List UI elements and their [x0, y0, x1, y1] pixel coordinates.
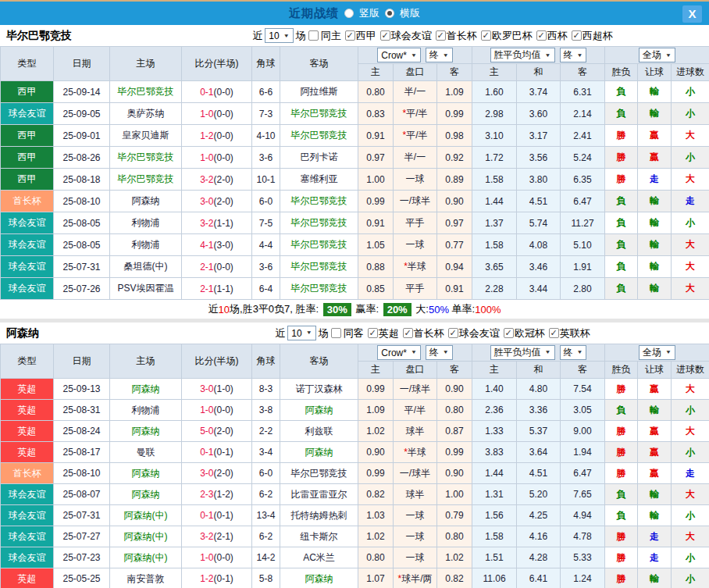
fullmatch-dropdown-cell: 全场▼ — [605, 344, 709, 362]
result-outcome: 勝 — [605, 526, 638, 547]
chevron-down-icon: ▼ — [577, 350, 583, 355]
fulltime-score: 4-1 — [200, 240, 213, 251]
handicap-text: 一/球半 — [400, 468, 430, 479]
score: 1-0(0-0) — [182, 147, 252, 169]
horizontal-layout-label[interactable]: 横版 — [400, 6, 420, 20]
handicap-odds-away: 0.90 — [437, 379, 472, 400]
final-odds-select[interactable]: 终▼ — [426, 345, 453, 360]
handicap-line: *半球 — [394, 442, 437, 463]
halftime-score: (1-0) — [214, 383, 233, 394]
handicap-odds-away: 0.90 — [437, 463, 472, 484]
full-match-select[interactable]: 全场▼ — [639, 345, 675, 360]
table-row: 英超25-08-31利物浦1-0(0-0)3-8阿森纳1.09平/半0.802.… — [1, 400, 709, 421]
horizontal-layout-radio[interactable] — [385, 9, 394, 18]
games-label: 场 — [319, 326, 329, 340]
away-team: 阿拉维斯 — [280, 81, 358, 103]
result-goals: 小 — [672, 547, 709, 568]
score: 3-2(2-0) — [182, 169, 252, 191]
table-row: 西甲25-08-18毕尔巴鄂竞技3-2(2-0)10-1塞维利亚1.00一球0.… — [1, 169, 709, 191]
away-team: 托特纳姆热刺 — [280, 505, 358, 526]
handicap-odds-away: 0.99 — [437, 442, 472, 463]
fulltime-score: 0-1 — [200, 510, 213, 521]
league-badge: 球会友谊 — [1, 278, 54, 300]
final-avg-select[interactable]: 终▼ — [560, 345, 587, 360]
chevron-down-icon: ▼ — [665, 52, 672, 58]
vertical-layout-label[interactable]: 竖版 — [359, 6, 379, 20]
avg-odds-draw: 5.37 — [517, 421, 561, 442]
handicap-line: 一/球半 — [394, 191, 437, 212]
league-checkbox[interactable]: ✓ — [448, 328, 458, 338]
wdl-average-select[interactable]: 胜平负均值▼ — [490, 345, 555, 360]
match-count-select[interactable]: 10▼ — [265, 28, 293, 43]
result-goals: 小 — [672, 103, 709, 125]
summary-text: 10 — [219, 304, 230, 315]
league-checkbox[interactable]: ✓ — [345, 30, 355, 41]
away-team: 阿森纳 — [280, 568, 358, 588]
handicap-odds-home: 1.00 — [358, 169, 394, 191]
final-odds-select[interactable]: 终▼ — [426, 48, 453, 62]
avg-odds-loss: 1.91 — [561, 256, 605, 278]
fulltime-score: 3-2 — [200, 174, 213, 185]
corners: 5-8 — [252, 568, 280, 588]
wdl-average-select[interactable]: 胜平负均值▼ — [490, 48, 555, 62]
league-checkbox[interactable]: ✓ — [403, 328, 413, 338]
odds-source-select[interactable]: Crow*▼ — [377, 345, 421, 360]
sub-column-header: 盘口 — [394, 64, 437, 81]
avg-odds-win: 1.56 — [472, 505, 517, 526]
league-checkbox[interactable]: ✓ — [536, 30, 547, 41]
handicap-odds-home: 0.80 — [358, 547, 394, 568]
handicap-odds-home: 0.99 — [358, 379, 394, 400]
column-header: 角球 — [252, 47, 280, 81]
score: 0-1(0-0) — [182, 81, 252, 103]
avg-odds-draw: 4.51 — [517, 463, 561, 484]
chevron-down-icon: ▼ — [306, 330, 312, 336]
final-avg-select[interactable]: 终▼ — [560, 48, 587, 62]
home-team: 阿森纳 — [110, 191, 182, 212]
match-date: 25-05-25 — [54, 568, 110, 588]
avg-odds-draw: 4.08 — [517, 234, 561, 256]
league-filter-label: 英超 — [379, 326, 399, 340]
summary-text: 50% — [429, 304, 449, 315]
odds-source-select[interactable]: Crow*▼ — [377, 48, 421, 62]
league-badge: 球会友谊 — [1, 526, 54, 547]
handicap-odds-home: 1.02 — [358, 421, 394, 442]
league-checkbox[interactable]: ✓ — [380, 30, 390, 41]
match-count-select[interactable]: 10▼ — [287, 326, 315, 340]
league-filter-label: 球会友谊 — [391, 29, 432, 43]
fulltime-score: 3-2 — [200, 531, 213, 542]
league-checkbox[interactable]: ✓ — [572, 30, 582, 41]
close-icon[interactable]: X — [682, 5, 702, 23]
fulltime-score: 3-0 — [200, 468, 213, 479]
handicap-line: 一球 — [394, 526, 437, 547]
result-handicap: 輸 — [638, 234, 672, 256]
avg-odds-win: 3.83 — [472, 442, 517, 463]
home-team: 利物浦 — [110, 400, 182, 421]
league-badge: 球会友谊 — [1, 505, 54, 526]
result-handicap: 贏 — [638, 147, 672, 169]
avg-odds-win: 1.44 — [472, 463, 517, 484]
away-team: 毕尔巴鄂竞技 — [280, 463, 358, 484]
result-goals: 大 — [672, 526, 709, 547]
table-row: 英超25-09-13阿森纳3-0(1-0)8-3诺丁汉森林0.99一/球半0.9… — [1, 379, 709, 400]
team-name: 毕尔巴鄂竞技 — [0, 29, 156, 43]
handicap-odds-away: 0.77 — [437, 234, 472, 256]
league-checkbox[interactable]: ✓ — [368, 328, 378, 338]
vertical-layout-radio[interactable] — [344, 9, 354, 18]
away-team: 毕尔巴鄂竞技 — [280, 212, 358, 234]
league-checkbox[interactable]: ✓ — [504, 328, 514, 338]
avg-odds-loss: 11.27 — [561, 212, 605, 234]
league-badge: 西甲 — [1, 147, 54, 169]
handicap-odds-away: 1.02 — [437, 547, 472, 568]
league-checkbox[interactable]: ✓ — [481, 30, 491, 41]
sub-column-header: 主 — [472, 362, 517, 379]
league-checkbox[interactable]: ✓ — [549, 328, 559, 338]
same-venue-checkbox[interactable] — [308, 30, 319, 41]
league-checkbox[interactable]: ✓ — [436, 30, 446, 41]
corners: 6-2 — [252, 526, 280, 547]
table-row: 球会友谊25-07-31阿森纳(中)0-1(0-1)13-4托特纳姆热刺1.03… — [1, 505, 709, 526]
result-outcome: 勝 — [605, 125, 638, 147]
league-badge: 球会友谊 — [1, 234, 54, 256]
same-venue-checkbox[interactable] — [331, 328, 341, 338]
full-match-select[interactable]: 全场▼ — [639, 48, 675, 62]
table-row: 球会友谊25-07-31桑坦德(中)2-1(0-0)3-6毕尔巴鄂竞技0.88*… — [1, 256, 709, 278]
